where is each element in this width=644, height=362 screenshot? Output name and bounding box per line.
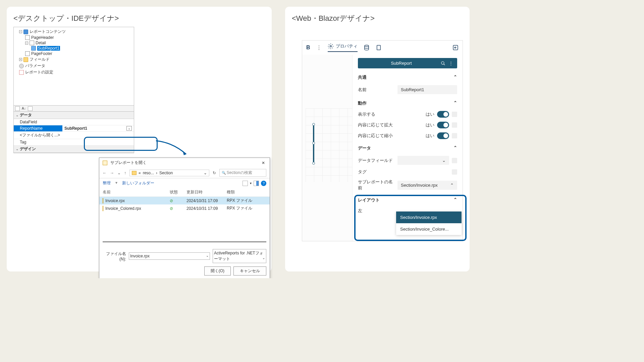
right-title: <Web・Blazorデザイナ>: [292, 13, 463, 23]
more-icon[interactable]: ⋮: [316, 45, 322, 51]
refresh-icon[interactable]: ↻: [213, 171, 216, 175]
file-icon: [103, 198, 103, 203]
status-ok-icon: ⊘: [170, 206, 186, 211]
gear-icon: [328, 43, 334, 49]
svg-rect-2: [377, 45, 380, 50]
help-icon[interactable]: ?: [261, 181, 266, 186]
close-icon[interactable]: ✕: [260, 161, 266, 165]
subreport-icon: [31, 46, 36, 51]
expression-icon[interactable]: [452, 169, 457, 175]
handle-icon[interactable]: [312, 123, 315, 126]
bold-icon[interactable]: B: [306, 45, 310, 51]
more-icon[interactable]: ⋮: [449, 61, 453, 66]
breadcrumb[interactable]: «reso...›Section⌄: [129, 170, 209, 176]
new-folder-button[interactable]: 新しいフォルダー: [122, 180, 154, 186]
filename-input[interactable]: Invoice.rpx⌄: [129, 252, 210, 260]
report-tree[interactable]: −レポートコンテンツ PageHeader −Detail SubReport1…: [13, 27, 134, 106]
desktop-designer-panel: <デスクトップ・IDEデザイナ> −レポートコンテンツ PageHeader −…: [7, 7, 272, 272]
chevron-up-icon: ⌃: [453, 145, 457, 151]
tree-selected-item[interactable]: SubReport1: [37, 46, 60, 51]
name-input[interactable]: SubReport1: [397, 85, 457, 94]
up-icon[interactable]: ↑: [124, 171, 126, 175]
chevron-down-icon[interactable]: ⌄: [16, 113, 18, 117]
dropdown-option[interactable]: Section/Invoice.rpx: [396, 212, 462, 223]
folder-icon: [132, 171, 137, 175]
file-list: 名前 状態 更新日時 種類 Invoice.rpx ⊘ 2024/10/31 1…: [99, 188, 270, 212]
settings-icon: [19, 70, 24, 75]
sort-icon[interactable]: A↓: [22, 107, 26, 110]
file-row[interactable]: Invoice_Colored.rpx ⊘ 2024/10/31 17:09 R…: [99, 204, 270, 212]
design-canvas[interactable]: [302, 55, 353, 241]
datafield-select[interactable]: ⌄: [397, 156, 449, 165]
chevron-up-icon: ⌃: [450, 183, 454, 188]
expand-icon[interactable]: −: [25, 42, 28, 45]
section-icon: [25, 51, 30, 56]
section-icon: [30, 41, 34, 45]
chevron-up-icon: ⌃: [453, 100, 457, 106]
expand-icon[interactable]: −: [19, 30, 22, 33]
folder-icon: [23, 57, 28, 62]
file-icon: [103, 206, 103, 211]
blazor-designer-panel: <Web・Blazorデザイナ> B ⋮ プロパティ: [285, 7, 470, 272]
reportname-property[interactable]: ReportName: [14, 125, 62, 131]
categorized-icon[interactable]: [15, 106, 20, 111]
file-open-dialog: サブレポートを開く ✕ ← → ⌄ ↑ «reso...›Section⌄ ↻ …: [99, 158, 270, 278]
expression-icon[interactable]: [452, 158, 457, 163]
search-icon[interactable]: [441, 61, 445, 66]
tab-properties[interactable]: プロパティ: [328, 43, 358, 52]
document-icon[interactable]: [376, 45, 382, 51]
handle-icon[interactable]: [312, 142, 315, 144]
dropdown-option[interactable]: Section/Invoice_Colore...: [396, 223, 462, 235]
highlight-box: [84, 137, 158, 151]
status-ok-icon: ⊘: [170, 198, 186, 203]
section-icon: [25, 35, 30, 40]
component-header: SubReport ⋮: [358, 58, 457, 68]
property-toolbar: A↓: [13, 106, 134, 112]
subreport-dropdown: Section/Invoice.rpx Section/Invoice_Colo…: [396, 212, 462, 235]
chevron-down-icon[interactable]: ⌄: [16, 147, 18, 151]
report-icon: [23, 29, 28, 34]
dialog-icon: [103, 161, 107, 165]
search-input[interactable]: 🔍 Sectionの検索: [219, 169, 266, 177]
view-icon[interactable]: [243, 181, 248, 186]
parameter-icon: [19, 64, 24, 68]
open-button[interactable]: 開く(O): [204, 266, 231, 276]
expression-icon[interactable]: [452, 112, 457, 117]
left-title: <デスクトップ・IDEデザイナ>: [13, 13, 265, 23]
arrow-icon: [154, 139, 191, 159]
canshrink-toggle[interactable]: [437, 132, 449, 139]
cangrow-toggle[interactable]: [437, 122, 449, 128]
expand-icon[interactable]: +: [19, 58, 22, 61]
visible-toggle[interactable]: [437, 111, 449, 118]
svg-point-4: [441, 61, 444, 64]
section-common[interactable]: 共通⌃: [358, 72, 457, 83]
preview-icon[interactable]: [254, 181, 259, 186]
organize-menu[interactable]: 整理: [103, 180, 111, 186]
section-data[interactable]: データ⌃: [358, 142, 457, 154]
chevron-down-icon[interactable]: ⌄: [117, 171, 121, 175]
svg-point-1: [365, 45, 369, 47]
cancel-button[interactable]: キャンセル: [233, 266, 266, 276]
file-row[interactable]: Invoice.rpx ⊘ 2024/10/31 17:09 RPX ファイル: [99, 197, 270, 204]
filter-select[interactable]: ActiveReports for .NETフォーマット ⌄: [213, 249, 266, 263]
database-icon[interactable]: [364, 45, 370, 51]
forward-icon[interactable]: →: [110, 171, 114, 175]
expression-icon[interactable]: [452, 122, 457, 128]
section-behavior[interactable]: 動作⌃: [358, 98, 457, 109]
svg-point-0: [330, 46, 331, 47]
chevron-up-icon: ⌃: [453, 74, 457, 80]
expression-icon[interactable]: [452, 133, 457, 138]
back-icon[interactable]: ←: [103, 171, 107, 175]
chevron-down-icon: ⌄: [442, 158, 446, 163]
blazor-designer: B ⋮ プロパティ: [302, 40, 463, 241]
subreport-select[interactable]: Section/Invoice.rpx⌃: [397, 181, 457, 190]
dropdown-icon[interactable]: ⌄: [126, 126, 132, 131]
pages-icon[interactable]: [28, 106, 33, 111]
handle-icon[interactable]: [312, 162, 315, 165]
import-icon[interactable]: [452, 45, 459, 51]
